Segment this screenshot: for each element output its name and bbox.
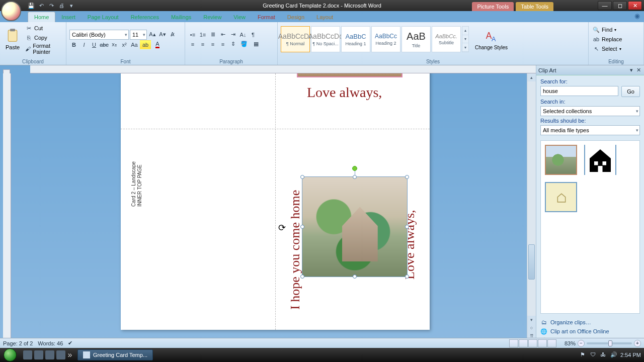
context-tab-table[interactable]: Table Tools (516, 2, 553, 11)
bold-button[interactable]: B (69, 40, 78, 49)
clear-format-icon[interactable]: A̷ (168, 30, 177, 39)
align-center-icon[interactable]: ≡ (198, 40, 207, 49)
view-web-layout[interactable] (528, 339, 537, 347)
status-proof-icon[interactable]: ✔ (68, 340, 72, 346)
tray-clock[interactable]: 2:54 PM (620, 352, 641, 358)
style-heading1[interactable]: AaBbCHeading 1 (341, 26, 370, 52)
style-title[interactable]: AaBTitle (401, 26, 431, 52)
tab-mailings[interactable]: Mailings (165, 12, 197, 22)
status-page[interactable]: Page: 2 of 2 (3, 340, 33, 346)
grow-font-icon[interactable]: A▴ (148, 30, 157, 39)
rotate-handle[interactable] (352, 166, 357, 171)
tab-page-layout[interactable]: Page Layout (82, 12, 125, 22)
subscript-button[interactable]: x₂ (110, 40, 119, 49)
scroll-up-icon[interactable]: ▴ (527, 73, 536, 81)
status-words[interactable]: Words: 46 (38, 340, 63, 346)
align-right-icon[interactable]: ≡ (208, 40, 217, 49)
zoom-slider-handle[interactable] (608, 340, 612, 346)
replace-button[interactable]: abReplace (592, 35, 640, 44)
font-size-combo[interactable]: 11 (130, 30, 147, 40)
zoom-slider[interactable] (587, 342, 632, 344)
font-color-button[interactable]: A (152, 40, 163, 49)
results-type-combo[interactable]: All media file types (540, 125, 640, 135)
office-button[interactable] (1, 1, 21, 21)
copy-button[interactable]: ⎘Copy (24, 33, 63, 42)
cut-button[interactable]: ✂Cut (24, 24, 63, 33)
view-full-screen[interactable] (519, 339, 528, 347)
font-family-combo[interactable]: Calibri (Body) (69, 30, 129, 40)
borders-icon[interactable]: ▦ (251, 40, 262, 49)
help-icon[interactable]: ◉ (634, 12, 640, 20)
resize-handle-w[interactable] (300, 225, 304, 229)
find-button[interactable]: 🔍Find▾ (592, 25, 640, 34)
paste-button[interactable]: Paste (3, 23, 22, 55)
styles-gallery-scroll[interactable]: ▴▾▾ (462, 26, 469, 52)
tab-home[interactable]: Home (28, 12, 55, 22)
tab-view[interactable]: View (227, 12, 252, 22)
tray-icon-1[interactable]: ⚑ (580, 351, 587, 358)
selected-image[interactable] (302, 176, 408, 277)
save-icon[interactable]: 💾 (28, 2, 35, 9)
bullets-icon[interactable]: •≡ (188, 30, 197, 39)
tab-review[interactable]: Review (197, 12, 227, 22)
sort-icon[interactable]: A↓ (238, 30, 248, 39)
tab-insert[interactable]: Insert (55, 12, 82, 22)
resize-handle-e[interactable] (405, 225, 409, 229)
ql-icon-2[interactable] (34, 350, 43, 359)
justify-icon[interactable]: ≡ (218, 40, 227, 49)
tray-network-icon[interactable]: 🖧 (600, 351, 607, 358)
ql-more-icon[interactable]: » (67, 350, 72, 359)
undo-icon[interactable]: ↶ (38, 2, 45, 9)
redo-icon[interactable]: ↷ (48, 2, 55, 9)
tab-design[interactable]: Design (281, 12, 310, 22)
italic-button[interactable]: I (79, 40, 89, 49)
tray-volume-icon[interactable]: 🔊 (610, 351, 617, 358)
superscript-button[interactable]: x² (120, 40, 129, 49)
strike-button[interactable]: abc (100, 40, 109, 49)
tab-references[interactable]: References (125, 12, 165, 22)
tray-icon-2[interactable]: 🛡 (590, 351, 597, 358)
ql-icon-3[interactable] (45, 350, 54, 359)
resize-handle-n[interactable] (353, 175, 357, 179)
clipart-online-link[interactable]: 🌐Clip art on Office Online (540, 328, 640, 335)
start-button[interactable] (0, 348, 20, 362)
vertical-ruler[interactable] (3, 73, 11, 348)
search-in-combo[interactable]: Selected collections (540, 106, 640, 116)
inc-indent-icon[interactable]: ⇥ (228, 30, 237, 39)
scroll-down-icon[interactable]: ▾ (527, 316, 536, 324)
style-normal[interactable]: AaBbCcDc¶ Normal (281, 26, 310, 52)
clip-result-2[interactable] (584, 145, 616, 175)
resize-handle-s[interactable] (353, 275, 357, 279)
highlight-button[interactable]: ab (140, 40, 151, 49)
clip-result-3[interactable] (545, 182, 577, 212)
clip-result-1[interactable]: ▾ (545, 145, 577, 175)
style-no-spacing[interactable]: AaBbCcDc¶ No Spaci... (311, 26, 340, 52)
select-button[interactable]: ↖Select▾ (592, 44, 640, 53)
style-subtitle[interactable]: AaBbCc.Subtitle (432, 26, 461, 52)
line-spacing-icon[interactable]: ⇕ (228, 40, 237, 49)
tab-format[interactable]: Format (252, 12, 281, 22)
organize-clips-link[interactable]: 🗂Organize clips… (540, 319, 640, 326)
view-outline[interactable] (538, 339, 547, 347)
search-input[interactable] (540, 86, 618, 96)
zoom-in-button[interactable]: + (634, 340, 641, 347)
format-painter-button[interactable]: 🖌Format Painter (24, 43, 63, 55)
qat-more-icon[interactable]: ▾ (68, 2, 75, 9)
shading-icon[interactable]: 🪣 (238, 40, 250, 49)
change-case-button[interactable]: Aa (130, 40, 139, 49)
resize-handle-sw[interactable] (300, 275, 304, 279)
ql-icon-4[interactable] (56, 350, 65, 359)
maximize-button[interactable]: ◻ (613, 1, 627, 10)
multilevel-icon[interactable]: ≣ (208, 30, 217, 39)
document-page[interactable]: Love always, Card 2 – Landscape INNER TO… (121, 73, 430, 330)
style-heading2[interactable]: AaBbCcHeading 2 (371, 26, 400, 52)
tab-layout[interactable]: Layout (310, 12, 339, 22)
pane-close-icon[interactable]: ✕ (635, 67, 642, 73)
view-print-layout[interactable] (509, 339, 518, 347)
browse-object-icon[interactable]: ○ (527, 324, 536, 332)
vertical-scrollbar[interactable]: ▴ ▾ ○ ⇈ ⇊ (527, 73, 536, 348)
pane-menu-icon[interactable]: ▾ (628, 67, 635, 73)
resize-handle-se[interactable] (405, 275, 409, 279)
ql-icon-1[interactable] (23, 350, 32, 359)
show-marks-icon[interactable]: ¶ (249, 30, 258, 39)
